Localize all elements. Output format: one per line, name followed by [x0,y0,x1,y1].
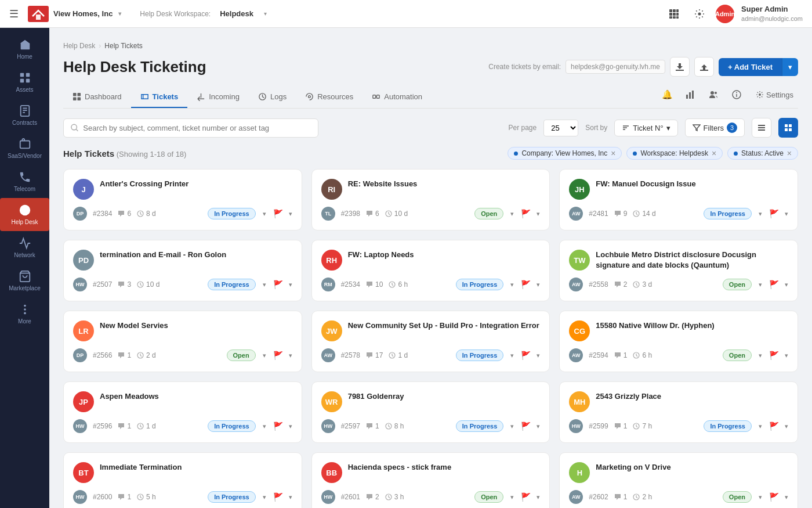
flag-dropdown[interactable]: ▾ [536,210,540,218]
sidebar-item-marketplace[interactable]: Marketplace [0,264,49,297]
settings-icon[interactable] [690,5,709,23]
ticket-card[interactable]: CG 15580 Native Willow Dr. (Hyphen) AW #… [559,311,798,372]
status-dropdown[interactable]: ▾ [757,493,763,501]
status-dropdown[interactable]: ▾ [509,352,515,359]
ticket-card[interactable]: H Marketing on V Drive AW #2602 1 2 h Op… [559,452,798,508]
flag-icon[interactable]: 🚩 [273,492,283,502]
flag-icon[interactable]: 🚩 [521,280,531,289]
download-icon[interactable] [670,57,690,77]
sidebar-item-telecom[interactable]: Telecom [0,165,49,198]
flag-dropdown[interactable]: ▾ [536,423,540,430]
flag-icon[interactable]: 🚩 [769,280,779,289]
status-dropdown[interactable]: ▾ [262,493,267,501]
status-dropdown[interactable]: ▾ [757,210,763,218]
status-dropdown[interactable]: ▾ [757,352,763,359]
flag-icon[interactable]: 🚩 [521,351,531,360]
bell-icon[interactable]: 🔔 [658,86,676,103]
status-dropdown[interactable]: ▾ [509,423,515,430]
flag-dropdown[interactable]: ▾ [289,493,292,501]
ticket-card[interactable]: J Antler's Crossing Printer DP #2384 6 8… [63,169,302,230]
flag-icon[interactable]: 🚩 [521,492,531,502]
flag-dropdown[interactable]: ▾ [289,210,292,218]
add-ticket-dropdown[interactable]: ▾ [782,58,798,76]
tab-resources[interactable]: Resources [296,87,362,108]
info-icon[interactable] [728,86,745,103]
sidebar-item-assets[interactable]: Assets [0,66,49,99]
chart-icon[interactable] [682,86,699,103]
flag-dropdown[interactable]: ▾ [289,281,292,289]
tab-tickets[interactable]: Tickets [131,87,188,108]
ticket-card[interactable]: WR 7981 Goldenray HW #2597 1 8 h In Prog… [311,381,550,443]
ticket-card[interactable]: RH FW: Laptop Needs RM #2534 10 6 h In P… [311,240,550,301]
view-grid-button[interactable] [778,118,798,138]
ticket-card[interactable]: BT Immediate Termination HW #2600 1 5 h … [63,452,302,508]
status-dropdown[interactable]: ▾ [509,281,515,289]
tab-logs[interactable]: Logs [249,87,296,108]
filter-tag-company-remove[interactable]: × [611,149,615,157]
sidebar-item-home[interactable]: Home [0,33,49,66]
sidebar-item-network[interactable]: Network [0,231,49,264]
sidebar-item-contracts[interactable]: Contracts [0,99,49,132]
flag-icon[interactable]: 🚩 [273,421,283,431]
status-dropdown[interactable]: ▾ [262,210,267,218]
flag-dropdown[interactable]: ▾ [785,423,788,430]
sort-button[interactable]: Ticket N° ▾ [614,120,677,136]
ticket-card[interactable]: RI RE: Website Issues TL #2398 6 10 d Op… [311,169,550,230]
ticket-card[interactable]: LR New Model Servies DP #2566 1 2 d Open… [63,311,302,372]
ticket-card[interactable]: BB Hacienda specs - stick frame HW #2601… [311,452,550,508]
user-avatar[interactable]: Admin [716,5,734,23]
tab-dashboard[interactable]: Dashboard [63,87,131,108]
ticket-card[interactable]: JP Aspen Meadows HW #2596 1 1 d In Progr… [63,381,302,443]
company-chevron-icon[interactable]: ▾ [118,10,121,17]
status-dropdown[interactable]: ▾ [262,281,267,289]
upload-icon[interactable] [694,57,714,77]
workspace-chevron-icon[interactable]: ▾ [264,10,267,17]
flag-dropdown[interactable]: ▾ [536,493,540,501]
search-box[interactable] [63,118,318,138]
flag-icon[interactable]: 🚩 [273,351,283,360]
add-ticket-button[interactable]: + Add Ticket [719,58,782,76]
status-dropdown[interactable]: ▾ [509,210,515,218]
sidebar-item-saas[interactable]: SaaS/Vendor [0,132,49,165]
ticket-card[interactable]: PD termination and E-mail - Ron Golon HW… [63,240,302,301]
flag-icon[interactable]: 🚩 [769,209,779,218]
filter-button[interactable]: Filters 3 [685,118,745,137]
per-page-select[interactable]: 25 50 100 [543,120,578,136]
flag-icon[interactable]: 🚩 [521,209,531,218]
status-dropdown[interactable]: ▾ [262,352,267,359]
ticket-card[interactable]: TW Lochbuie Metro District disclosure Do… [559,240,798,301]
sidebar-item-more[interactable]: More [0,297,49,330]
hamburger-icon[interactable]: ☰ [9,8,19,20]
workspace-name[interactable]: Helpdesk [220,9,253,18]
people-icon[interactable] [705,86,722,103]
filter-tag-status-remove[interactable]: × [787,149,792,157]
status-dropdown[interactable]: ▾ [757,423,763,430]
settings-tab-button[interactable]: Settings [751,88,798,102]
breadcrumb-helpdesk[interactable]: Help Desk [63,42,95,50]
flag-dropdown[interactable]: ▾ [289,352,292,359]
flag-dropdown[interactable]: ▾ [785,493,788,501]
tab-incoming[interactable]: Incoming [187,87,249,108]
flag-icon[interactable]: 🚩 [273,209,283,218]
flag-dropdown[interactable]: ▾ [536,352,540,359]
filter-tag-workspace-remove[interactable]: × [712,149,716,157]
company-name[interactable]: View Homes, Inc [53,9,113,18]
flag-icon[interactable]: 🚩 [769,492,779,502]
flag-icon[interactable]: 🚩 [769,421,779,431]
flag-icon[interactable]: 🚩 [521,421,531,431]
apps-icon[interactable] [665,5,683,23]
view-list-button[interactable] [752,118,771,138]
flag-dropdown[interactable]: ▾ [289,423,292,430]
flag-dropdown[interactable]: ▾ [785,352,788,359]
flag-icon[interactable]: 🚩 [769,351,779,360]
status-dropdown[interactable]: ▾ [262,423,267,430]
ticket-card[interactable]: JW New Community Set Up - Build Pro - In… [311,311,550,372]
flag-icon[interactable]: 🚩 [273,280,283,289]
tab-automation[interactable]: Automation [362,87,432,108]
status-dropdown[interactable]: ▾ [509,493,515,501]
search-input[interactable] [83,124,311,132]
flag-dropdown[interactable]: ▾ [536,281,540,289]
ticket-card[interactable]: JH FW: Manuel Docusign Issue AW #2481 9 … [559,169,798,230]
sidebar-item-helpdesk[interactable]: Help Desk [0,198,49,231]
flag-dropdown[interactable]: ▾ [785,281,788,289]
